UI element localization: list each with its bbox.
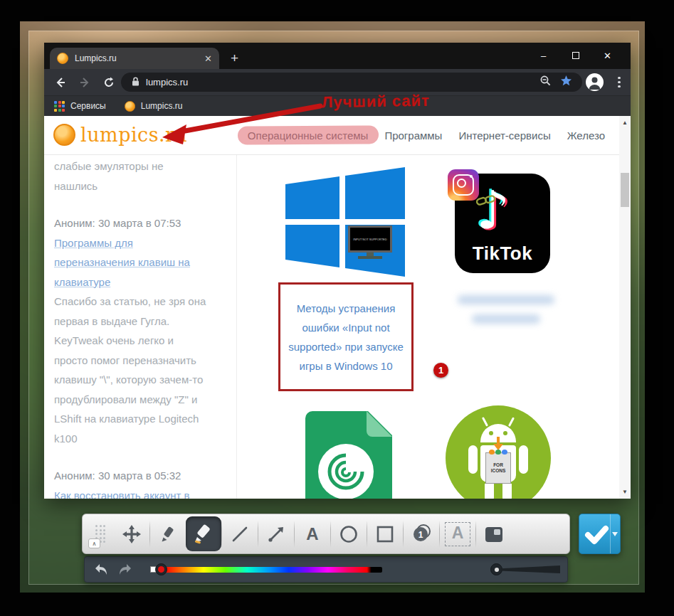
plus-plus-glyph: ++ [352, 488, 384, 499]
menu-dots-icon[interactable] [618, 75, 621, 90]
sidebar-line: Спасибо за статью, не зря она [54, 292, 231, 312]
bookmark-item-lumpics[interactable]: Lumpics.ru [125, 101, 183, 112]
svg-text:1: 1 [418, 530, 423, 540]
sidebar-line: LShift на клавиатуре Logitech [54, 409, 231, 429]
nav-item[interactable]: Программы [384, 129, 442, 142]
back-icon[interactable] [53, 75, 68, 90]
tab-title: Lumpics.ru [75, 53, 204, 63]
bittorrent-article-image[interactable]: ++ [305, 411, 392, 499]
sidebar-line[interactable]: клавиатуре [54, 272, 231, 292]
ellipse-tool[interactable] [331, 516, 367, 551]
undo-icon[interactable] [93, 563, 109, 577]
sidebar-line: продублировали между "Z" и [54, 390, 231, 410]
arrow-tool[interactable] [258, 516, 294, 551]
collapse-chevron-icon[interactable]: ∧ [88, 538, 100, 548]
address-bar[interactable]: lumpics.ru [121, 73, 582, 92]
windows10-article-image[interactable]: INPUT NOT SUPPORTED [285, 167, 406, 280]
comments-sidebar: слабые эмуляторы ненашлисьАноним: 30 мар… [54, 156, 231, 499]
nav-item[interactable]: Операционные системы [248, 129, 369, 142]
browser-tab[interactable]: Lumpics.ru ✕ [50, 48, 219, 69]
browser-toolbar: lumpics.ru [44, 69, 631, 95]
sidebar-line: нашлись [54, 176, 231, 196]
sidebar-line: KeyTweak очень легко и [54, 331, 231, 351]
instagram-icon [448, 169, 479, 201]
tab-strip: Lumpics.ru ✕ + – ✕ [44, 43, 631, 69]
bookmarks-bar: Сервисы Lumpics.ru [44, 95, 631, 116]
article-title-link[interactable]: Методы устранения ошибки «Input not supp… [285, 299, 407, 376]
sidebar-line[interactable]: Программы для [54, 233, 231, 253]
sidebar-line: клавишу "\", которую зачем-то [54, 370, 231, 390]
thickness-slider[interactable] [500, 565, 560, 573]
tiktok-wordmark: TikTok [455, 243, 550, 265]
maximize-button[interactable] [559, 51, 591, 61]
error-monitor-icon: INPUT NOT SUPPORTED [348, 225, 392, 260]
sidebar-line[interactable]: Как восстановить аккаунт в [54, 486, 231, 499]
counter-tool[interactable]: 1 [404, 516, 439, 551]
android-article-image[interactable]: FOR ICONS [446, 405, 551, 499]
snip-options-bar [84, 556, 568, 583]
svg-text:A: A [306, 524, 318, 543]
rectangle-tool[interactable] [367, 516, 403, 551]
lock-icon[interactable] [132, 76, 139, 89]
blurred-article-title [472, 314, 540, 324]
forward-icon[interactable] [77, 75, 93, 90]
confirm-dropdown-icon[interactable] [610, 514, 618, 553]
tiktok-article-image[interactable]: ♪ TikTok [448, 169, 552, 276]
site-logo-text: lumpics.ru [80, 124, 187, 146]
profile-avatar-icon[interactable] [586, 73, 604, 91]
blurred-article-title [458, 295, 554, 304]
reload-icon[interactable] [101, 75, 117, 90]
close-button[interactable]: ✕ [591, 51, 623, 61]
line-tool[interactable] [222, 516, 258, 551]
browser-window: Lumpics.ru ✕ + – ✕ [44, 43, 631, 499]
download-arrow-icon [493, 437, 503, 451]
scroll-up-icon[interactable]: ▲ [619, 117, 631, 128]
sidebar-line: слабые эмуляторы не [54, 156, 231, 176]
bookmark-item-services[interactable]: Сервисы [54, 101, 106, 112]
page-scrollbar[interactable]: ▲ ▼ [619, 116, 631, 499]
apps-grid-icon [54, 101, 65, 112]
sidebar-line: Аноним: 30 марта в 05:32 [54, 466, 231, 486]
bookmark-star-icon[interactable] [560, 75, 572, 90]
image-tool[interactable] [476, 516, 512, 551]
pencil-tool[interactable] [150, 516, 186, 551]
nav-item[interactable]: Железо [567, 129, 605, 142]
svg-text:A: A [452, 524, 464, 542]
nav-item[interactable]: Интернет-сервисы [458, 129, 550, 142]
page-viewport: lumpics.ru Операционные системыПрограммы… [44, 116, 631, 499]
tab-close-icon[interactable]: ✕ [204, 53, 212, 64]
articles-grid: INPUT NOT SUPPORTED ♪ TikTok [237, 155, 619, 499]
sidebar-line: k100 [54, 429, 231, 449]
confirm-button[interactable] [579, 514, 621, 554]
color-picker-knob[interactable] [155, 563, 167, 575]
link-chain-icon [476, 193, 496, 208]
new-tab-button[interactable]: + [231, 49, 238, 68]
snip-toolbar: ∧ [82, 514, 570, 554]
blur-text-tool[interactable]: A [440, 516, 475, 551]
screenshot-annotator-app: Lumpics.ru ✕ + – ✕ [0, 0, 674, 616]
sidebar-line: Аноним: 30 марта в 07:53 [54, 213, 231, 233]
page-content: слабые эмуляторы ненашлисьАноним: 30 мар… [44, 155, 619, 499]
tiktok-note-icon: ♪ [476, 179, 510, 240]
trash-for-icons: FOR ICONS [485, 452, 511, 484]
site-favicon-icon [57, 53, 68, 64]
address-url[interactable]: lumpics.ru [146, 77, 539, 87]
zoom-out-icon[interactable] [539, 75, 552, 90]
color-spectrum-slider[interactable] [164, 567, 382, 573]
redo-icon[interactable] [117, 563, 133, 577]
sidebar-line: просто помог переназначить [54, 351, 231, 371]
site-favicon-icon [125, 101, 135, 112]
site-header: lumpics.ru Операционные системыПрограммы… [44, 116, 631, 155]
drag-handle[interactable]: ∧ [87, 516, 114, 551]
scrollbar-thumb[interactable] [621, 173, 629, 207]
minimize-button[interactable]: – [527, 51, 559, 61]
site-nav: Операционные системыПрограммыИнтернет-се… [248, 116, 605, 155]
window-controls: – ✕ [527, 43, 623, 69]
sidebar-line[interactable]: переназначения клавиш на [54, 253, 231, 272]
site-logo[interactable]: lumpics.ru [53, 124, 187, 146]
move-tool[interactable] [114, 516, 149, 551]
orange-logo-icon [53, 124, 75, 146]
scroll-down-icon[interactable]: ▼ [619, 487, 631, 497]
text-tool[interactable]: A [295, 516, 330, 551]
marker-tool[interactable] [186, 516, 221, 551]
